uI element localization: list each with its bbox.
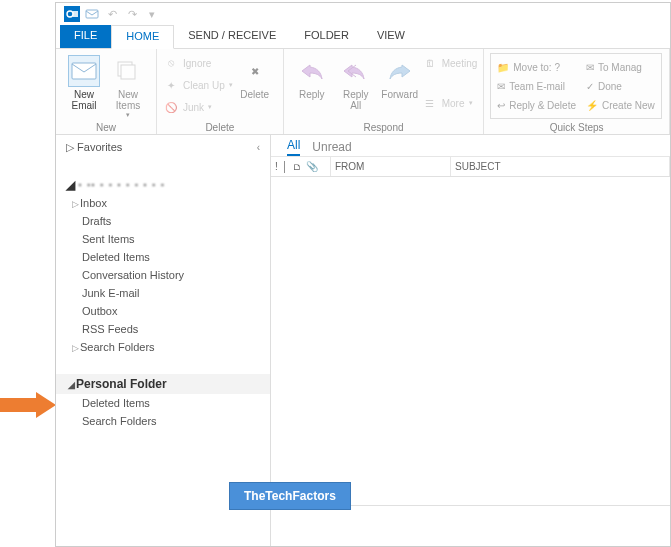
more-respond-button[interactable]: ☰ More▾ [422,93,478,113]
group-respond: Reply Reply All Forward 🗓 [284,49,485,134]
filter-row: All Unread [271,135,670,157]
forward-button[interactable]: Forward [378,51,422,100]
reply-all-icon [340,55,372,87]
personal-folder-header[interactable]: ◢Personal Folder [56,374,270,394]
qs-teamemail[interactable]: ✉Team E-mail [497,77,576,95]
caret-down-icon: ◢ [66,178,75,192]
new-email-button[interactable]: New Email [62,51,106,111]
group-quicksteps-label: Quick Steps [490,121,663,134]
redo-icon: ↷ [124,6,140,22]
attachment-column-icon: 📎 [306,161,320,172]
pf-deleted[interactable]: Deleted Items [56,394,270,412]
svg-rect-3 [86,10,98,18]
icon-column-icon: 🗅 [292,161,304,172]
header-from[interactable]: FROM [331,157,451,176]
importance-column-icon: ! [275,161,280,172]
meeting-icon: 🗓 [422,55,438,71]
group-respond-label: Respond [290,121,478,134]
folder-move-icon: 📁 [497,62,509,73]
group-delete: ⦸ Ignore ✦ Clean Up▾ 🚫 Junk▾ ✖ Delete [157,49,284,134]
folder-deleted[interactable]: Deleted Items [56,248,270,266]
new-email-icon [68,55,100,87]
new-items-icon [112,55,144,87]
reply-icon [296,55,328,87]
folder-search-folders[interactable]: ▷Search Folders [56,338,270,356]
qat-customize-icon[interactable]: ▾ [144,6,160,22]
favorites-header[interactable]: ▷ Favorites ‹ [56,139,270,160]
group-new: New Email New Items▾ New [56,49,157,134]
group-new-label: New [62,121,150,134]
caret-right-icon: ▷ [72,199,80,209]
check-icon: ✓ [586,81,594,92]
quick-access-toolbar: ↶ ↷ ▾ [56,3,670,25]
delete-icon: ✖ [239,55,271,87]
reply-button[interactable]: Reply [290,51,334,100]
outlook-window: ↶ ↷ ▾ FILE HOME SEND / RECEIVE FOLDER VI… [55,2,671,547]
caret-right-icon: ▷ [66,141,74,153]
header-subject[interactable]: SUBJECT [451,157,670,176]
pf-search-folders[interactable]: Search Folders [56,412,270,430]
message-list-empty [271,177,670,506]
tab-home[interactable]: HOME [111,25,174,49]
folder-sent[interactable]: Sent Items [56,230,270,248]
reminder-column-icon: │ [282,161,290,172]
new-email-label: New Email [71,89,96,111]
meeting-button[interactable]: 🗓 Meeting [422,53,478,73]
filter-all[interactable]: All [287,138,300,156]
qs-createnew[interactable]: ⚡Create New [586,96,655,114]
folder-conversation-history[interactable]: Conversation History [56,266,270,284]
send-receive-icon[interactable] [84,6,100,22]
tab-send-receive[interactable]: SEND / RECEIVE [174,25,290,48]
new-items-label: New Items [116,89,140,111]
caret-down-icon: ◢ [68,380,76,390]
lightning-icon: ⚡ [586,100,598,111]
reply-delete-icon: ↩ [497,100,505,111]
cleanup-button[interactable]: ✦ Clean Up▾ [163,75,233,95]
reply-all-button[interactable]: Reply All [334,51,378,111]
delete-button[interactable]: ✖ Delete [233,51,277,100]
svg-rect-6 [121,65,135,79]
tab-view[interactable]: VIEW [363,25,419,48]
ribbon: New Email New Items▾ New ⦸ Ignore [56,49,670,135]
junk-button[interactable]: 🚫 Junk▾ [163,97,233,117]
svg-rect-2 [73,11,78,17]
watermark-badge: TheTechFactors [229,482,351,510]
folder-junk[interactable]: Junk E-mail [56,284,270,302]
account-root[interactable]: ◢ · ·· · · · · · · · · [56,174,270,194]
qs-replydelete[interactable]: ↩Reply & Delete [497,96,576,114]
header-icon-columns[interactable]: ! │ 🗅 📎 [271,157,331,176]
mail-forward-icon: ✉ [586,62,594,73]
group-delete-label: Delete [163,121,277,134]
folder-drafts[interactable]: Drafts [56,212,270,230]
qs-done[interactable]: ✓Done [586,77,655,95]
workspace: ▷ Favorites ‹ ◢ · ·· · · · · · · · · ▷In… [56,135,670,546]
ignore-icon: ⦸ [163,55,179,71]
callout-arrow [0,392,58,418]
folder-outbox[interactable]: Outbox [56,302,270,320]
undo-icon[interactable]: ↶ [104,6,120,22]
group-quick-steps: 📁Move to: ? ✉To Manag ✉Team E-mail ✓Done… [484,49,670,134]
column-headers: ! │ 🗅 📎 FROM SUBJECT [271,157,670,177]
quick-steps-gallery[interactable]: 📁Move to: ? ✉To Manag ✉Team E-mail ✓Done… [490,53,662,119]
junk-icon: 🚫 [163,99,179,115]
collapse-pane-icon[interactable]: ‹ [257,142,260,153]
caret-right-icon: ▷ [72,343,80,353]
qs-tomanager[interactable]: ✉To Manag [586,58,655,76]
ignore-button[interactable]: ⦸ Ignore [163,53,233,73]
outlook-logo-icon [64,6,80,22]
tab-folder[interactable]: FOLDER [290,25,363,48]
qs-moveto[interactable]: 📁Move to: ? [497,58,576,76]
filter-unread[interactable]: Unread [312,140,351,156]
more-icon: ☰ [422,95,438,111]
ribbon-tabs: FILE HOME SEND / RECEIVE FOLDER VIEW [56,25,670,49]
forward-icon [384,55,416,87]
cleanup-icon: ✦ [163,77,179,93]
svg-rect-4 [72,63,96,79]
new-items-button[interactable]: New Items▾ [106,51,150,119]
folder-inbox[interactable]: ▷Inbox [56,194,270,212]
mail-icon: ✉ [497,81,505,92]
tab-file[interactable]: FILE [60,25,111,48]
folder-rss[interactable]: RSS Feeds [56,320,270,338]
